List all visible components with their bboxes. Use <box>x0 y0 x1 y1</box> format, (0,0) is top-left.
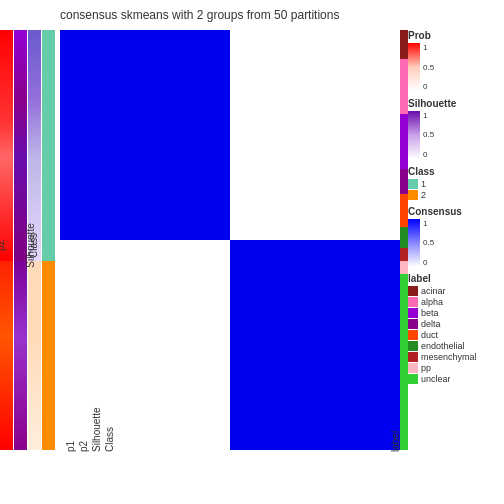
label-text-pp: pp <box>421 363 431 373</box>
heatmap-cell-01 <box>230 30 400 240</box>
label-legend-alpha: alpha <box>408 297 504 307</box>
consensus-scale: 1 0.5 0 <box>423 219 434 268</box>
heatmap-area <box>60 30 400 450</box>
class-legend: Class 1 2 <box>408 166 504 200</box>
class-color-2 <box>408 190 418 200</box>
label-color-alpha <box>408 297 418 307</box>
silhouette-legend-title: Silhouette <box>408 98 504 109</box>
right-legend: Prob 1 0.5 0 Silhouette 1 0.5 0 <box>408 30 504 500</box>
chart-title: consensus skmeans with 2 groups from 50 … <box>60 8 339 22</box>
prob-legend: Prob 1 0.5 0 <box>408 30 504 92</box>
class-legend-item-1: 1 <box>408 179 504 189</box>
silhouette-legend: Silhouette 1 0.5 0 <box>408 98 504 160</box>
prob-scale: 1 0.5 0 <box>423 43 434 92</box>
silhouette-scale: 1 0.5 0 <box>423 111 434 160</box>
heatmap-cell-10 <box>60 240 230 450</box>
label-color-acinar <box>408 286 418 296</box>
right-label-bar <box>400 30 408 450</box>
bottom-label-silhouette: Silhouette <box>91 408 102 452</box>
label-p2: p2 <box>0 240 6 251</box>
label-legend-delta: delta <box>408 319 504 329</box>
heatmap-cell-11 <box>230 240 400 450</box>
label-legend: label acinar alpha beta delta duct <box>408 273 504 384</box>
label-legend-mesenchymal: mesenchymal <box>408 352 504 362</box>
consensus-legend-title: Consensus <box>408 206 504 217</box>
bottom-label-p2: p2 <box>78 441 89 452</box>
label-text-unclear: unclear <box>421 374 451 384</box>
label-text-endothelial: endothelial <box>421 341 465 351</box>
bottom-label-p1: p1 <box>65 441 76 452</box>
heatmap-cell-00 <box>60 30 230 240</box>
prob-gradient <box>408 43 420 91</box>
label-legend-duct: duct <box>408 330 504 340</box>
class-legend-title: Class <box>408 166 504 177</box>
label-color-pp <box>408 363 418 373</box>
label-legend-endothelial: endothelial <box>408 341 504 351</box>
label-class-left: Class <box>28 233 39 258</box>
class-label-2: 2 <box>421 190 426 200</box>
silhouette-gradient <box>408 111 420 159</box>
class-color-1 <box>408 179 418 189</box>
bottom-axis: p1 p2 Silhouette Class label <box>60 452 400 502</box>
heatmap-grid <box>60 30 400 450</box>
class-legend-item-2: 2 <box>408 190 504 200</box>
label-color-duct <box>408 330 418 340</box>
bottom-label-class: Class <box>104 427 115 452</box>
label-text-mesenchymal: mesenchymal <box>421 352 477 362</box>
consensus-legend: Consensus 1 0.5 0 <box>408 206 504 268</box>
label-color-endothelial <box>408 341 418 351</box>
label-text-delta: delta <box>421 319 441 329</box>
label-color-beta <box>408 308 418 318</box>
left-axis-labels: p1 p2 Silhouette Class <box>0 30 58 450</box>
label-color-mesenchymal <box>408 352 418 362</box>
label-text-alpha: alpha <box>421 297 443 307</box>
label-legend-beta: beta <box>408 308 504 318</box>
label-text-duct: duct <box>421 330 438 340</box>
label-color-unclear <box>408 374 418 384</box>
label-legend-acinar: acinar <box>408 286 504 296</box>
chart-container: consensus skmeans with 2 groups from 50 … <box>0 0 504 504</box>
label-text-acinar: acinar <box>421 286 446 296</box>
label-legend-title: label <box>408 273 504 284</box>
prob-legend-title: Prob <box>408 30 504 41</box>
label-legend-pp: pp <box>408 363 504 373</box>
label-text-beta: beta <box>421 308 439 318</box>
consensus-gradient <box>408 219 420 267</box>
label-legend-unclear: unclear <box>408 374 504 384</box>
label-color-delta <box>408 319 418 329</box>
class-label-1: 1 <box>421 179 426 189</box>
